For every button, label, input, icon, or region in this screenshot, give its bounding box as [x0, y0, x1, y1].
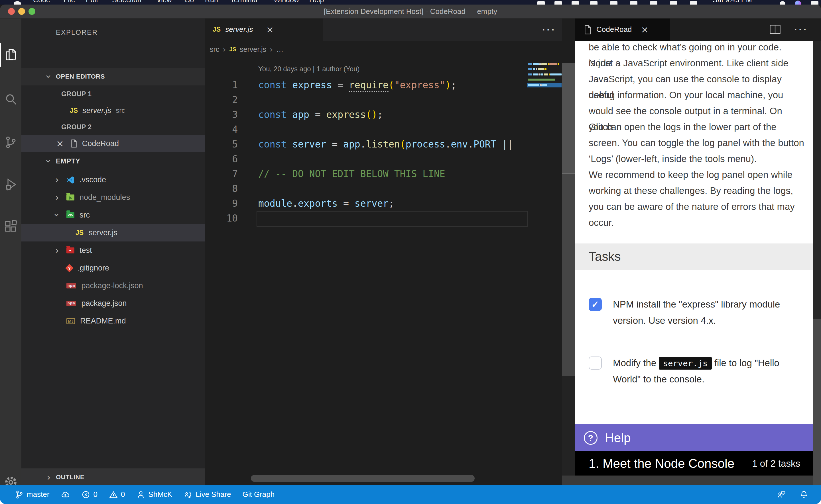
search-icon[interactable] [0, 87, 21, 112]
tree-item-.gitignore[interactable]: Y.gitignore [21, 259, 205, 277]
codelens-annotation[interactable]: You, 20 days ago | 1 author (You) [258, 65, 360, 73]
task-text: Modify the server.js file to log "Hello [613, 355, 801, 371]
tree-item-label: node_modules [79, 193, 130, 202]
divider-scrollbar-track[interactable] [562, 174, 575, 376]
tree-item-test[interactable]: ›⌁test [21, 241, 205, 259]
tree-item-server.js[interactable]: JSserver.js [21, 224, 205, 241]
menu-edit[interactable]: Edit [86, 0, 98, 4]
spotlight-icon[interactable] [780, 1, 785, 5]
menu-status-icon[interactable] [537, 1, 545, 5]
tab-coderoad[interactable]: CodeRoad × [575, 18, 670, 41]
open-editor-CodeRoad[interactable]: ×CodeRoad [21, 135, 205, 152]
extensions-icon[interactable] [0, 214, 21, 239]
breadcrumb-file[interactable]: server.js [240, 45, 266, 54]
menu-status-icon[interactable] [610, 1, 618, 5]
menu-status-icon[interactable] [590, 1, 597, 5]
code-line[interactable]: const app = express(); [258, 107, 527, 122]
help-label: Help [605, 431, 631, 445]
siri-icon[interactable] [795, 1, 801, 5]
code-line[interactable] [258, 122, 527, 137]
tree-item-.vscode[interactable]: ›.vscode [21, 171, 205, 189]
task-checkbox[interactable]: ✓ [589, 298, 602, 311]
editor-more-actions-icon[interactable]: ··· [542, 24, 556, 35]
tree-item-package.json[interactable]: npmpackage.json [21, 294, 205, 312]
code-line[interactable] [258, 152, 527, 167]
tree-item-src[interactable]: ›</>src [21, 206, 205, 224]
control-center-icon[interactable] [811, 1, 818, 5]
help-bar[interactable]: ? Help [575, 424, 813, 451]
split-editor-icon[interactable] [770, 24, 781, 34]
tree-item-node_modules[interactable]: ›jsnode_modules [21, 189, 205, 206]
source-control-icon[interactable] [0, 130, 21, 155]
menu-status-icon[interactable] [690, 1, 697, 5]
section-workspace-empty[interactable]: ›EMPTY [21, 152, 205, 170]
menu-selection[interactable]: Selection [112, 0, 141, 4]
lesson-text-line: JavaScript, you can use the console to d… [589, 71, 805, 87]
feedback-icon [777, 490, 786, 499]
menu-status-icon[interactable] [630, 1, 638, 5]
code-line[interactable]: // -- DO NOT EDIT BELOW THIS LINE [258, 167, 527, 181]
menu-status-icon[interactable] [650, 1, 658, 5]
code-line[interactable]: const express = require("express"); [258, 78, 527, 93]
code-line[interactable] [258, 181, 527, 196]
divider-scrollbar-thumb[interactable] [562, 63, 575, 174]
open-editor-server.js[interactable]: JSserver.jssrc [21, 102, 205, 119]
close-editor-icon[interactable]: × [56, 138, 64, 149]
status-item-0[interactable]: 0 [109, 490, 125, 499]
webview-scrollbar-thumb[interactable] [813, 41, 821, 319]
tab-label: CodeRoad [596, 25, 632, 34]
editor-group-label[interactable]: GROUP 2 [21, 119, 205, 135]
breadcrumb[interactable]: src›JSserver.js›… [210, 41, 552, 58]
close-tab-icon[interactable]: × [641, 24, 649, 35]
run-debug-icon[interactable] [0, 172, 21, 197]
menu-terminal[interactable]: Terminal [230, 0, 257, 4]
src-folder-icon: </> [66, 212, 74, 218]
menu-status-icon[interactable] [554, 1, 562, 5]
section-outline[interactable]: ›OUTLINE [21, 468, 205, 485]
editor-group-label[interactable]: GROUP 1 [21, 86, 205, 102]
menu-help[interactable]: Help [309, 0, 324, 4]
tree-item-label: src [79, 211, 90, 220]
code-line[interactable] [258, 93, 527, 107]
menu-status-icon[interactable] [670, 1, 677, 5]
menu-go[interactable]: Go [184, 0, 194, 4]
status-item-shmck[interactable]: ShMcK [136, 490, 172, 499]
lesson-text-line: screen. You can toggle the log panel wit… [589, 135, 805, 151]
status-item-git-graph[interactable]: Git Graph [243, 490, 275, 499]
section-open-editors[interactable]: ›OPEN EDITORS [21, 68, 205, 85]
code-line[interactable]: const server = app.listen(process.env.PO… [258, 137, 527, 152]
menu-status-icon[interactable] [571, 1, 579, 5]
status-item-live-share[interactable]: Live Share [183, 490, 231, 499]
close-tab-icon[interactable]: × [266, 24, 274, 35]
menu-code[interactable]: Code [33, 0, 50, 4]
status-item-master[interactable]: master [15, 490, 49, 499]
explorer-icon[interactable] [0, 42, 21, 67]
menu-view[interactable]: View [156, 0, 172, 4]
tree-item-package-lock.json[interactable]: npmpackage-lock.json [21, 277, 205, 294]
sidebar-title: EXPLORER [56, 28, 98, 36]
menu-file[interactable]: File [64, 0, 75, 4]
breadcrumb-symbol[interactable]: … [276, 45, 283, 54]
tasks-title: Tasks [589, 249, 621, 264]
task-checkbox[interactable] [589, 357, 602, 370]
status-item-0[interactable]: 0 [81, 490, 97, 499]
horizontal-scrollbar[interactable] [251, 475, 475, 482]
menu-window[interactable]: Window [274, 0, 299, 4]
task-text: World" to the console. [613, 371, 801, 387]
breadcrumb-folder[interactable]: src [210, 45, 219, 54]
status-item-feedback[interactable] [777, 490, 786, 499]
warning-icon [109, 490, 118, 499]
lesson-footer[interactable]: 1. Meet the Node Console 1 of 2 tasks [575, 451, 813, 476]
tab-server-js[interactable]: JS server.js × [205, 18, 323, 41]
tree-item-README.md[interactable]: M↓README.md [21, 312, 205, 330]
lesson-text-line: would see the console output in a termin… [589, 103, 805, 119]
minimap[interactable] [528, 61, 561, 92]
status-item-bell[interactable] [799, 490, 808, 499]
status-item-cloud[interactable] [61, 490, 70, 499]
file-icon [70, 139, 77, 148]
code-line[interactable]: module.exports = server; [258, 196, 527, 211]
menu-run[interactable]: Run [205, 0, 218, 4]
panel-more-actions-icon[interactable]: ··· [794, 24, 808, 35]
status-item-label: ShMcK [148, 490, 172, 499]
task-progress-badge: 1 of 2 tasks [752, 458, 800, 469]
